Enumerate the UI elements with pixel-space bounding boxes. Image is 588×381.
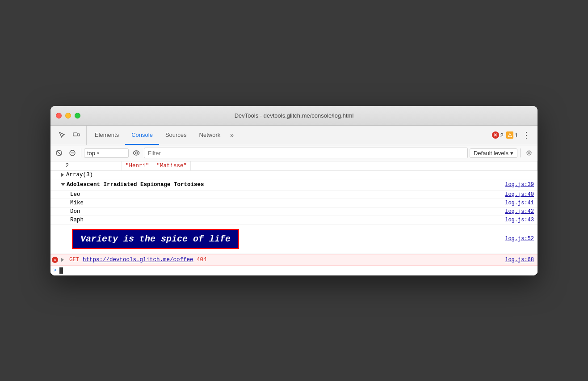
table-cell-first: "Henri" <box>122 161 153 170</box>
console-output: 2 "Henri" "Matisse" Array(3) Adolescent … <box>50 161 538 275</box>
expand-array-icon[interactable] <box>61 173 64 177</box>
minimize-button[interactable] <box>65 113 71 119</box>
group-header-label: Adolescent Irradiated Espionage Tortoise… <box>67 182 204 188</box>
expand-group-icon[interactable] <box>61 183 65 186</box>
devtools-window: DevTools - devtools.glitch.me/console/lo… <box>50 106 538 275</box>
expand-error-button[interactable] <box>59 258 67 262</box>
sub-item-2-source[interactable]: log.js:42 <box>501 207 538 216</box>
devtools-panel: Elements Console Sources Network » ✕ 2 ⚠… <box>50 126 538 275</box>
group-header-row: Adolescent Irradiated Espionage Tortoise… <box>50 179 538 190</box>
sub-item-1-source[interactable]: log.js:41 <box>501 199 538 207</box>
tab-network[interactable]: Network <box>193 126 227 145</box>
inspect-icon[interactable] <box>56 129 68 141</box>
tabs-right-group: ✕ 2 ⚠ 1 ⋮ <box>492 130 536 140</box>
toolbar-separator-1 <box>81 148 81 157</box>
select-arrow-icon: ▾ <box>97 151 99 156</box>
tab-console[interactable]: Console <box>125 126 159 145</box>
error-row-gutter: ✕ <box>50 257 59 263</box>
error-content: GET https://devtools.glitch.me/coffee 40… <box>67 256 501 264</box>
device-toolbar-icon[interactable] <box>70 129 83 141</box>
sub-item-0-source[interactable]: log.js:40 <box>501 190 538 199</box>
input-arrow-icon: > <box>50 267 59 274</box>
traffic-lights <box>56 113 80 119</box>
error-row: ✕ GET https://devtools.glitch.me/coffee … <box>50 254 538 266</box>
sub-item-3-source[interactable]: log.js:43 <box>501 216 538 224</box>
array-row: Array(3) <box>50 171 538 179</box>
block-requests-button[interactable] <box>67 147 78 159</box>
styled-log-source[interactable]: log.js:52 <box>501 235 538 243</box>
execution-context-select[interactable]: top ▾ <box>84 148 129 158</box>
live-expressions-button[interactable] <box>130 147 142 159</box>
svg-point-7 <box>528 152 530 154</box>
error-badge: ✕ 2 <box>492 131 504 139</box>
tab-sources[interactable]: Sources <box>159 126 193 145</box>
list-item-don: Don log.js:42 <box>50 207 538 216</box>
log-levels-button[interactable]: Default levels ▾ <box>470 148 517 158</box>
tab-icon-group <box>52 126 87 145</box>
list-item-leo: Leo log.js:40 <box>50 190 538 199</box>
warn-count: 1 <box>515 132 518 139</box>
error-status: 404 <box>197 257 207 263</box>
list-item-raph: Raph log.js:43 <box>50 216 538 224</box>
devtools-menu-button[interactable]: ⋮ <box>521 130 532 140</box>
filter-input[interactable] <box>144 148 468 158</box>
table-row: 2 "Henri" "Matisse" <box>50 161 538 171</box>
more-tabs-button[interactable]: » <box>227 131 237 139</box>
warn-icon: ⚠ <box>506 131 513 139</box>
error-url-link[interactable]: https://devtools.glitch.me/coffee <box>83 257 193 263</box>
close-button[interactable] <box>56 113 62 119</box>
svg-line-3 <box>57 151 61 155</box>
title-bar: DevTools - devtools.glitch.me/console/lo… <box>50 106 538 126</box>
tabs-bar: Elements Console Sources Network » ✕ 2 ⚠… <box>50 126 538 145</box>
table-cell-last: "Matisse" <box>153 161 191 170</box>
error-icon: ✕ <box>492 131 499 139</box>
tab-elements[interactable]: Elements <box>88 126 125 145</box>
svg-rect-1 <box>78 134 80 136</box>
group-header-source[interactable]: log.js:39 <box>501 181 538 189</box>
error-row-icon: ✕ <box>52 257 58 263</box>
toolbar-separator-2 <box>520 148 521 157</box>
cursor-blink <box>59 267 63 274</box>
svg-rect-0 <box>73 133 77 136</box>
styled-log-row: Variety is the spice of life log.js:52 <box>50 224 538 254</box>
input-row[interactable]: > <box>50 266 538 275</box>
clear-console-button[interactable] <box>53 147 65 159</box>
window-title: DevTools - devtools.glitch.me/console/lo… <box>235 112 354 119</box>
maximize-button[interactable] <box>75 113 80 119</box>
console-toolbar: top ▾ Default levels ▾ <box>50 145 538 161</box>
error-row-source[interactable]: log.js:68 <box>501 256 538 264</box>
styled-log-text: Variety is the spice of life <box>72 229 239 249</box>
table-cell-empty <box>191 161 538 170</box>
list-item-mike: Mike log.js:41 <box>50 199 538 207</box>
table-cell-index: 2 <box>50 161 122 170</box>
warn-badge: ⚠ 1 <box>506 131 518 139</box>
error-count: 2 <box>500 132 504 139</box>
console-settings-button[interactable] <box>523 147 535 159</box>
svg-point-6 <box>135 152 138 154</box>
